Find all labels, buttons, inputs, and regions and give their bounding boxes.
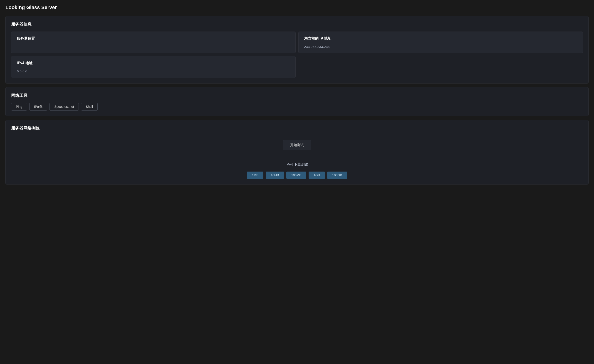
tools-row: Ping IPerf3 Speedtest.net Shell (11, 103, 583, 111)
ipv4-download-title: IPv4 下载测试 (11, 162, 583, 167)
iperf3-button[interactable]: IPerf3 (29, 103, 47, 111)
your-ip-card: 您当前的 IP 地址 233.233.233.233 (298, 32, 583, 53)
download-1mb-button[interactable]: 1MB (247, 172, 263, 179)
speedtest-section: 服务器网络测速 开始测试 IPv4 下载测试 1MB 10MB 100MB 1G… (6, 120, 588, 185)
download-buttons-row: 1MB 10MB 100MB 1GB 100GB (11, 172, 583, 179)
network-tools-section: 网络工具 Ping IPerf3 Speedtest.net Shell (6, 87, 588, 116)
download-test-area: IPv4 下载测试 1MB 10MB 100MB 1GB 100GB (11, 156, 583, 179)
download-100gb-button[interactable]: 100GB (327, 172, 347, 179)
server-info-title: 服务器信息 (11, 21, 583, 27)
speedtest-title: 服务器网络测速 (11, 126, 583, 131)
your-ip-title: 您当前的 IP 地址 (304, 36, 577, 41)
start-test-button[interactable]: 开始测试 (283, 140, 311, 150)
download-100mb-button[interactable]: 100MB (286, 172, 306, 179)
ipv4-address-title: IPv4 地址 (17, 61, 290, 66)
server-location-card: 服务器位置 (11, 32, 296, 53)
ping-button[interactable]: Ping (11, 103, 27, 111)
ipv4-address-value: 6.6.6.6 (17, 69, 290, 73)
your-ip-value: 233.233.233.233 (304, 45, 577, 49)
speedtest-start-area: 开始测试 (11, 135, 583, 156)
speedtest-net-button[interactable]: Speedtest.net (49, 103, 79, 111)
network-tools-title: 网络工具 (11, 93, 583, 98)
ipv4-address-card: IPv4 地址 6.6.6.6 (11, 56, 296, 78)
download-1gb-button[interactable]: 1GB (309, 172, 325, 179)
server-location-title: 服务器位置 (17, 36, 290, 41)
server-info-cards: 服务器位置 您当前的 IP 地址 233.233.233.233 IPv4 地址… (11, 32, 583, 78)
download-10mb-button[interactable]: 10MB (266, 172, 284, 179)
server-info-section: 服务器信息 服务器位置 您当前的 IP 地址 233.233.233.233 I… (6, 16, 588, 84)
shell-button[interactable]: Shell (81, 103, 98, 111)
page-title: Looking Glass Server (6, 5, 588, 10)
